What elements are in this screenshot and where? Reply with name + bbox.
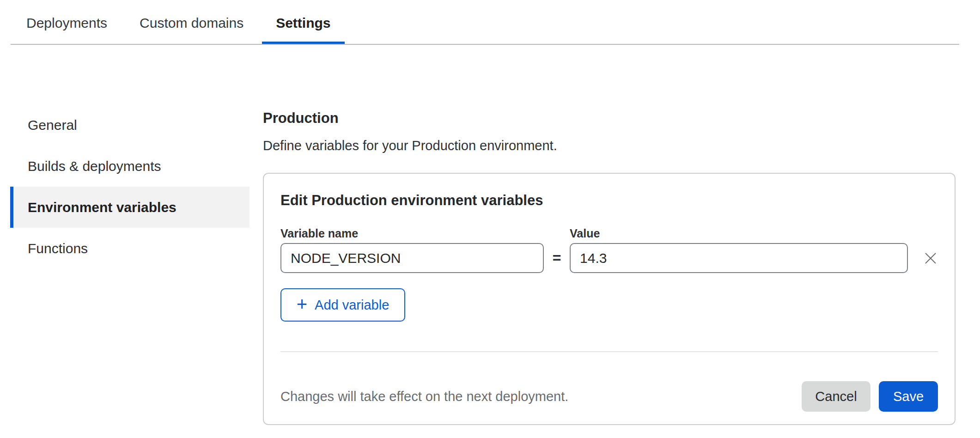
card-title: Edit Production environment variables xyxy=(280,192,938,209)
tab-bar: Deployments Custom domains Settings xyxy=(11,0,959,45)
variable-name-field-group: Variable name xyxy=(280,227,544,273)
sidebar-item-general[interactable]: General xyxy=(10,104,250,146)
equals-sign: = xyxy=(544,243,570,273)
sidebar-item-environment-variables[interactable]: Environment variables xyxy=(10,187,250,228)
sidebar-item-builds-deployments[interactable]: Builds & deployments xyxy=(10,146,250,187)
variable-row: Variable name = Value xyxy=(280,227,938,273)
variable-name-input[interactable] xyxy=(280,243,544,273)
page-title: Production xyxy=(263,111,956,126)
add-variable-button[interactable]: + Add variable xyxy=(280,288,405,322)
tab-deployments[interactable]: Deployments xyxy=(12,15,121,44)
sidebar-item-functions[interactable]: Functions xyxy=(10,228,250,269)
environment-variables-card: Edit Production environment variables Va… xyxy=(263,173,956,425)
card-divider xyxy=(280,351,938,352)
value-label: Value xyxy=(570,227,908,239)
value-input[interactable] xyxy=(570,243,908,273)
tab-settings[interactable]: Settings xyxy=(262,15,344,44)
footer-note: Changes will take effect on the next dep… xyxy=(280,389,802,404)
card-footer: Changes will take effect on the next dep… xyxy=(280,381,938,412)
settings-sidebar: General Builds & deployments Environment… xyxy=(10,104,250,269)
tab-custom-domains[interactable]: Custom domains xyxy=(126,15,257,44)
remove-variable-button[interactable] xyxy=(923,243,938,273)
value-field-group: Value xyxy=(570,227,908,273)
cancel-button[interactable]: Cancel xyxy=(802,381,870,412)
add-variable-label: Add variable xyxy=(315,298,389,313)
plus-icon: + xyxy=(297,295,307,313)
save-button[interactable]: Save xyxy=(879,381,938,412)
main-content: Production Define variables for your Pro… xyxy=(263,104,956,425)
variable-name-label: Variable name xyxy=(280,227,544,239)
page-description: Define variables for your Production env… xyxy=(263,139,956,152)
x-icon xyxy=(923,251,938,266)
